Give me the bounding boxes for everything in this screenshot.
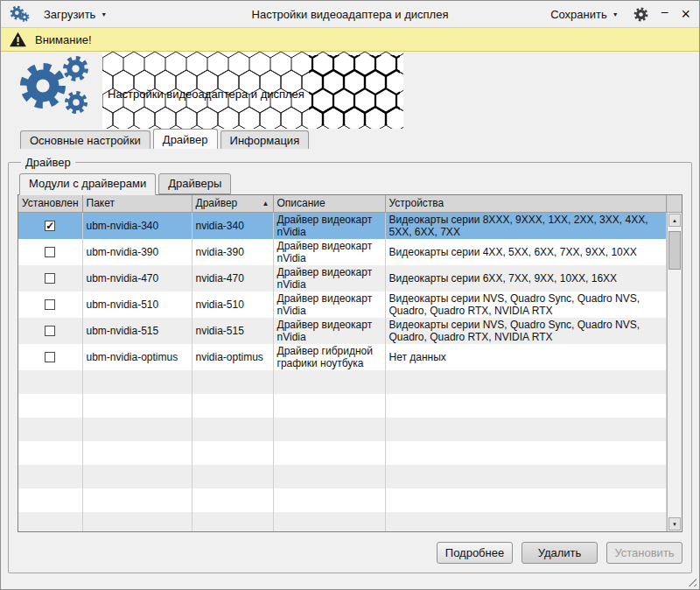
empty-row	[18, 394, 667, 418]
warning-text: Внимание!	[35, 33, 92, 46]
cell-driver: nvidia-470	[192, 265, 273, 291]
settings-gear-button[interactable]	[634, 7, 648, 22]
cell-driver: nvidia-515	[192, 318, 273, 344]
save-menu-label: Сохранить	[550, 8, 607, 21]
installed-checkbox[interactable]	[45, 221, 55, 231]
cell-devices: Видеокарты серии NVS, Quadro Sync, Quadr…	[385, 291, 667, 318]
scroll-up-button[interactable]: ▲	[668, 214, 681, 227]
cell-description: Драйвер видеокарт nVidia	[273, 291, 385, 318]
vertical-scrollbar: ▲ ▼	[667, 213, 682, 531]
table-row[interactable]: ubm-nvidia-390 nvidia-390 Драйвер видеок…	[18, 239, 667, 265]
cell-package: ubm-nvidia-470	[82, 265, 192, 291]
empty-row	[18, 465, 667, 488]
main-tabbar: Основные настройки Драйвер Информация	[1, 129, 699, 149]
cell-package: ubm-nvidia-510	[82, 291, 192, 318]
subtab-drivers[interactable]: Драйверы	[158, 173, 231, 194]
app-gears-icon	[10, 5, 34, 24]
dropdown-arrow-icon: ▼	[612, 11, 619, 18]
cell-devices: Нет данных	[385, 344, 667, 370]
cell-description: Драйвер гибридной графики ноутбука	[273, 344, 385, 370]
scroll-down-button[interactable]: ▼	[668, 517, 681, 530]
installed-checkbox[interactable]	[45, 299, 55, 310]
cell-description: Драйвер видеокарт nVidia	[273, 318, 385, 344]
remove-button[interactable]: Удалить	[522, 542, 598, 564]
driver-groupbox: Драйвер Модули с драйверами Драйверы Уст…	[8, 156, 692, 573]
cell-package: ubm-nvidia-390	[82, 239, 192, 265]
table-row[interactable]: ubm-nvidia-340 nvidia-340 Драйвер видеок…	[18, 212, 667, 239]
cell-devices: Видеокарты серии 6XX, 7XX, 9XX, 10XX, 16…	[385, 265, 667, 291]
load-menu-label: Загрузить	[44, 8, 95, 21]
cell-description: Драйвер видеокарт nVidia	[273, 265, 385, 291]
resize-grip[interactable]	[685, 575, 696, 586]
installed-checkbox[interactable]	[45, 273, 55, 284]
save-menu-button[interactable]: Сохранить ▼	[549, 6, 620, 23]
empty-row	[18, 370, 667, 394]
cell-driver: nvidia-optimus	[192, 344, 273, 370]
driver-group-label: Драйвер	[21, 156, 75, 169]
header-area: Настройки видеоадаптера и дисплея	[1, 52, 699, 129]
app-logo	[11, 53, 102, 127]
cell-devices: Видеокарты серии 8XXX, 9XXX, 1XX, 2XX, 3…	[385, 212, 667, 239]
table-row[interactable]: ubm-nvidia-470 nvidia-470 Драйвер видеок…	[18, 265, 667, 291]
cell-driver: nvidia-340	[192, 212, 273, 239]
installed-checkbox[interactable]	[45, 247, 55, 257]
action-button-row: Подробнее Удалить Установить	[18, 532, 682, 565]
installed-checkbox[interactable]	[45, 326, 55, 336]
warning-banner: Внимание!	[1, 27, 699, 52]
close-button[interactable]: ×	[681, 7, 690, 21]
col-header-driver[interactable]: Драйвер ▲	[192, 195, 273, 212]
col-header-description[interactable]: Описание	[273, 195, 385, 212]
load-menu-button[interactable]: Загрузить ▼	[42, 6, 108, 23]
sort-ascending-icon: ▲	[262, 200, 270, 207]
empty-row	[18, 512, 667, 533]
installed-checkbox[interactable]	[45, 352, 55, 362]
tab-basic-settings[interactable]: Основные настройки	[20, 130, 150, 149]
gear-icon	[64, 90, 88, 115]
cell-package: ubm-nvidia-515	[82, 318, 192, 344]
gear-icon	[18, 61, 67, 110]
gear-icon	[634, 7, 648, 22]
gear-icon	[62, 55, 89, 82]
install-button[interactable]: Установить	[606, 542, 682, 564]
table-row[interactable]: ubm-nvidia-515 nvidia-515 Драйвер видеок…	[18, 318, 667, 344]
driver-modules-table-frame: Установлен Пакет Драйвер ▲ Описание Устр…	[18, 194, 682, 532]
col-header-package[interactable]: Пакет	[82, 195, 192, 212]
empty-row	[18, 418, 667, 441]
empty-row	[18, 488, 667, 512]
cell-driver: nvidia-510	[192, 291, 273, 318]
tab-information[interactable]: Информация	[220, 130, 310, 149]
table-row[interactable]: ubm-nvidia-510 nvidia-510 Драйвер видеок…	[18, 291, 667, 318]
minimize-button[interactable]: –	[662, 7, 668, 16]
subtab-driver-modules[interactable]: Модули с драйверами	[19, 173, 156, 195]
driver-modules-table: Установлен Пакет Драйвер ▲ Описание Устр…	[18, 195, 667, 532]
cell-package: ubm-nvidia-optimus	[82, 344, 192, 370]
cell-package: ubm-nvidia-340	[82, 212, 192, 239]
statusbar	[1, 573, 699, 589]
window-title: Настройки видеоадаптера и дисплея	[141, 8, 559, 21]
titlebar: Загрузить ▼ Настройки видеоадаптера и ди…	[1, 1, 699, 27]
scrollbar-thumb[interactable]	[668, 231, 681, 270]
tab-driver[interactable]: Драйвер	[153, 129, 218, 149]
empty-row	[18, 441, 667, 465]
dropdown-arrow-icon: ▼	[101, 11, 107, 18]
driver-subtabbar: Модули с драйверами Драйверы	[19, 173, 682, 194]
table-row[interactable]: ubm-nvidia-optimus nvidia-optimus Драйве…	[18, 344, 667, 370]
scrollbar-corner	[667, 195, 682, 213]
cell-driver: nvidia-390	[192, 239, 273, 265]
col-header-installed[interactable]: Установлен	[18, 195, 82, 212]
cell-devices: Видеокарты серии 4XX, 5XX, 6XX, 7XX, 9XX…	[385, 239, 667, 265]
page-title: Настройки видеоадаптера и дисплея	[108, 88, 304, 101]
cell-description: Драйвер видеокарт nVidia	[273, 212, 385, 239]
cell-description: Драйвер видеокарт nVidia	[273, 239, 385, 265]
cell-devices: Видеокарты серии NVS, Quadro Sync, Quadr…	[385, 318, 667, 344]
warning-icon	[9, 32, 27, 47]
app-window: Загрузить ▼ Настройки видеоадаптера и ди…	[0, 0, 700, 590]
table-header-row: Установлен Пакет Драйвер ▲ Описание Устр…	[18, 195, 667, 212]
col-header-devices[interactable]: Устройства	[385, 195, 667, 212]
scrollbar-track[interactable]	[668, 228, 681, 516]
details-button[interactable]: Подробнее	[437, 542, 513, 564]
